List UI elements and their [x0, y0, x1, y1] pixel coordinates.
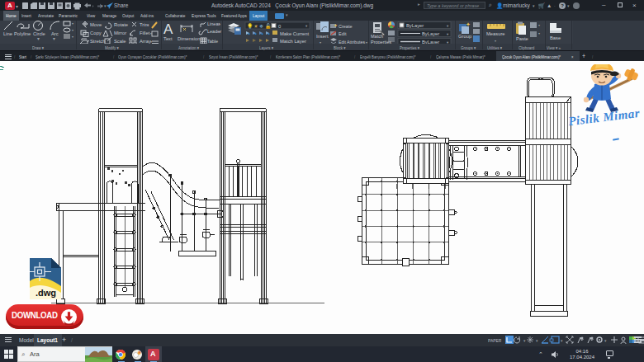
svg-text:▾: ▾: [72, 35, 73, 39]
svg-text:▾: ▾: [561, 338, 563, 343]
svg-text:Dimension: Dimension: [178, 36, 200, 41]
svg-text:Move: Move: [90, 22, 102, 27]
svg-text:💡: 💡: [247, 23, 253, 30]
svg-text:✦: ✦: [334, 23, 338, 28]
svg-text:0: 0: [278, 24, 281, 29]
svg-text:Match Layer: Match Layer: [280, 39, 306, 44]
svg-text:Edit: Edit: [339, 31, 347, 36]
svg-text:Polyline: Polyline: [14, 31, 31, 36]
svg-text:Paste: Paste: [516, 36, 528, 41]
svg-text:Mirror: Mirror: [114, 31, 126, 35]
svg-text:ByLayer: ByLayer: [406, 23, 424, 28]
svg-text:Insert: Insert: [316, 34, 329, 39]
svg-text:Rotate: Rotate: [114, 22, 128, 27]
svg-text:🔓: 🔓: [265, 23, 272, 30]
svg-text:Measure: Measure: [486, 31, 505, 36]
svg-text:Base: Base: [550, 35, 561, 40]
svg-text:Create: Create: [339, 24, 353, 29]
svg-text:▾: ▾: [604, 338, 607, 343]
svg-text:▾: ▾: [147, 23, 149, 27]
svg-text:▾: ▾: [150, 31, 152, 35]
svg-text:▾: ▾: [538, 23, 540, 27]
svg-text:▾: ▾: [219, 30, 220, 34]
svg-text:▾: ▾: [72, 28, 73, 32]
svg-text:▾: ▾: [53, 36, 55, 41]
svg-text:▾: ▾: [219, 22, 220, 26]
svg-text:Line: Line: [3, 31, 12, 36]
svg-text:▾: ▾: [523, 338, 526, 343]
svg-text:A: A: [163, 21, 173, 37]
svg-text:Make Current: Make Current: [280, 31, 310, 36]
svg-text:▾: ▾: [72, 21, 73, 26]
svg-text:.dwg: .dwg: [36, 288, 56, 298]
svg-text:✦: ✦: [466, 21, 471, 27]
svg-text:▾: ▾: [536, 338, 538, 343]
svg-text:ByLayer: ByLayer: [422, 31, 439, 36]
svg-text:☀: ☀: [253, 24, 258, 29]
svg-text:❄: ❄: [259, 24, 263, 29]
svg-text:Match: Match: [371, 34, 383, 39]
svg-text:Text: Text: [163, 36, 173, 41]
svg-text:▾: ▾: [37, 36, 40, 41]
svg-text:▾: ▾: [538, 31, 540, 35]
svg-text:Fillet: Fillet: [140, 31, 150, 35]
svg-text:Group: Group: [458, 34, 471, 39]
svg-text:Copy: Copy: [90, 31, 102, 35]
svg-text:▾: ▾: [495, 39, 496, 43]
